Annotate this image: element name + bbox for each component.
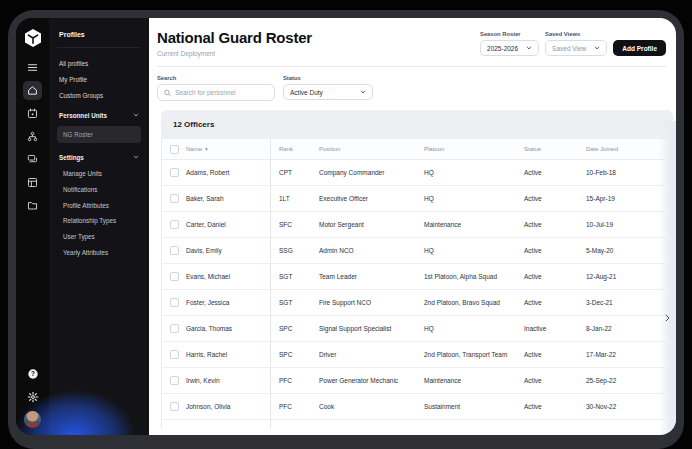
sidebar-section-settings[interactable]: Settings xyxy=(57,146,141,166)
device-frame: ? Profiles All profiles My Profile Custo… xyxy=(8,10,684,449)
cell-status: Active xyxy=(524,238,586,263)
column-header-platoon[interactable]: Platoon xyxy=(424,139,524,159)
cell-rank: CPT xyxy=(271,160,319,185)
sidebar-section-personnel-units[interactable]: Personnel Units xyxy=(57,104,141,124)
cell-status: Active xyxy=(524,342,586,367)
row-checkbox[interactable] xyxy=(170,272,179,281)
add-profile-button[interactable]: Add Profile xyxy=(613,40,666,56)
cell-platoon: Sustainment xyxy=(424,394,524,419)
sidebar-item-notifications[interactable]: Notifications xyxy=(57,181,141,197)
sidebar-item-user-types[interactable]: User Types xyxy=(57,229,141,245)
row-checkbox[interactable] xyxy=(170,220,179,229)
cell-name: Adams, Robert xyxy=(186,169,229,176)
cell-status: Active xyxy=(524,290,586,315)
sidebar-item-relationship-types[interactable]: Relationship Types xyxy=(57,213,141,229)
cell-status: Active xyxy=(524,212,586,237)
cell-position: Power Generator Mechanic xyxy=(319,368,424,393)
chevron-down-icon xyxy=(526,46,532,50)
cell-rank: PFC xyxy=(271,368,319,393)
table-row[interactable]: Davis, Emily SSG Admin NCO HQ Active 5-M… xyxy=(161,238,673,264)
menu-icon[interactable] xyxy=(23,58,42,77)
sidebar-item-ng-roster[interactable]: NG Roster xyxy=(57,126,141,143)
cell-platoon: 2nd Platoon, Transport Team xyxy=(424,342,524,367)
row-checkbox[interactable] xyxy=(170,194,179,203)
cell-date-joined: 10-Jul-19 xyxy=(586,212,657,237)
chevron-down-icon xyxy=(594,46,600,50)
table-row[interactable]: Foster, Jessica SGT Fire Support NCO 2nd… xyxy=(161,290,673,316)
cell-position: Cook xyxy=(319,394,424,419)
table-row[interactable]: Johnson, Olivia PFC Cook Sustainment Act… xyxy=(161,394,673,420)
sidebar-item-custom-groups[interactable]: Custom Groups xyxy=(57,87,141,103)
saved-views-label: Saved Views xyxy=(545,31,607,37)
section-label: Settings xyxy=(59,154,84,161)
table-row[interactable]: Irwin, Kevin PFC Power Generator Mechani… xyxy=(161,368,673,394)
table-row[interactable]: Harris, Rachel SPC Driver 2nd Platoon, T… xyxy=(161,342,673,368)
sidebar-item-manage-units[interactable]: Manage Units xyxy=(57,166,141,182)
column-header-name[interactable]: Name▾ xyxy=(186,146,208,152)
cell-status: Active xyxy=(524,368,586,393)
select-all-checkbox[interactable] xyxy=(170,145,179,154)
cell-status: Active xyxy=(524,160,586,185)
row-checkbox[interactable] xyxy=(170,376,179,385)
app-window: ? Profiles All profiles My Profile Custo… xyxy=(16,18,676,435)
sidebar-item-profile-attributes[interactable]: Profile Attributes xyxy=(57,197,141,213)
row-checkbox[interactable] xyxy=(170,168,179,177)
saved-views-select[interactable]: Saved View xyxy=(545,40,607,56)
cell-rank: SPC xyxy=(271,342,319,367)
table-row[interactable]: Baker, Sarah 1LT Executive Officer HQ Ac… xyxy=(161,186,673,212)
folder-icon[interactable] xyxy=(23,196,42,215)
cell-status: Active xyxy=(524,394,586,419)
help-icon[interactable]: ? xyxy=(23,364,42,383)
cell-name: Foster, Jessica xyxy=(186,299,229,306)
calendar-icon[interactable] xyxy=(23,104,42,123)
horizontal-scroll-affordance[interactable] xyxy=(659,121,676,435)
season-roster-select[interactable]: 2025-2026 xyxy=(480,40,539,56)
icon-rail: ? xyxy=(16,18,49,435)
table-row[interactable]: Evans, Michael SGT Team Leader 1st Plato… xyxy=(161,264,673,290)
header-divider xyxy=(157,66,666,67)
cell-name: Johnson, Olivia xyxy=(186,403,230,410)
search-icon xyxy=(164,89,171,97)
cell-name: Irwin, Kevin xyxy=(186,377,220,384)
row-checkbox[interactable] xyxy=(170,350,179,359)
svg-text:?: ? xyxy=(31,370,35,377)
cell-platoon: HQ xyxy=(424,186,524,211)
cell-name: Carter, Daniel xyxy=(186,221,226,228)
messages-icon[interactable] xyxy=(23,150,42,169)
column-header-status[interactable]: Status xyxy=(524,139,586,159)
sidebar-item-my-profile[interactable]: My Profile xyxy=(57,71,141,87)
cell-position: Admin NCO xyxy=(319,238,424,263)
sidebar-item-yearly-attributes[interactable]: Yearly Attributes xyxy=(57,244,141,260)
search-label: Search xyxy=(157,75,275,81)
data-table-icon[interactable] xyxy=(23,173,42,192)
sidebar-item-all-profiles[interactable]: All profiles xyxy=(57,55,141,71)
settings-gear-icon[interactable] xyxy=(23,387,42,406)
org-chart-icon[interactable] xyxy=(23,127,42,146)
table-row[interactable]: Adams, Robert CPT Company Commander HQ A… xyxy=(161,160,673,186)
main-content: National Guard Roster Current Deployment… xyxy=(149,18,676,435)
page-title: National Guard Roster xyxy=(157,29,312,46)
status-select[interactable]: Active Duty xyxy=(283,84,373,100)
user-avatar[interactable] xyxy=(24,411,41,428)
cell-status: Active xyxy=(524,264,586,289)
row-checkbox[interactable] xyxy=(170,246,179,255)
row-checkbox[interactable] xyxy=(170,298,179,307)
table-row[interactable]: Garcia, Thomas SPC Signal Support Specia… xyxy=(161,316,673,342)
cell-rank: SGT xyxy=(271,264,319,289)
table-header-row: Name▾ Rank Position Platoon Status Date … xyxy=(161,139,673,160)
table-row[interactable]: Carter, Daniel SFC Motor Sergeant Mainte… xyxy=(161,212,673,238)
cell-status: Active xyxy=(524,186,586,211)
cell-date-joined: 8-Jan-22 xyxy=(586,316,657,341)
column-header-date-joined[interactable]: Date Joined xyxy=(586,139,657,159)
sidebar: Profiles All profiles My Profile Custom … xyxy=(49,18,149,435)
cell-date-joined: 15-Apr-19 xyxy=(586,186,657,211)
home-icon[interactable] xyxy=(23,81,42,100)
cell-position: Signal Support Specialist xyxy=(319,316,424,341)
row-checkbox[interactable] xyxy=(170,324,179,333)
cell-position: Fire Support NCO xyxy=(319,290,424,315)
chevron-right-icon xyxy=(665,314,670,322)
column-header-rank[interactable]: Rank xyxy=(271,139,319,159)
row-checkbox[interactable] xyxy=(170,402,179,411)
column-header-position[interactable]: Position xyxy=(319,139,424,159)
search-input[interactable] xyxy=(175,89,268,96)
